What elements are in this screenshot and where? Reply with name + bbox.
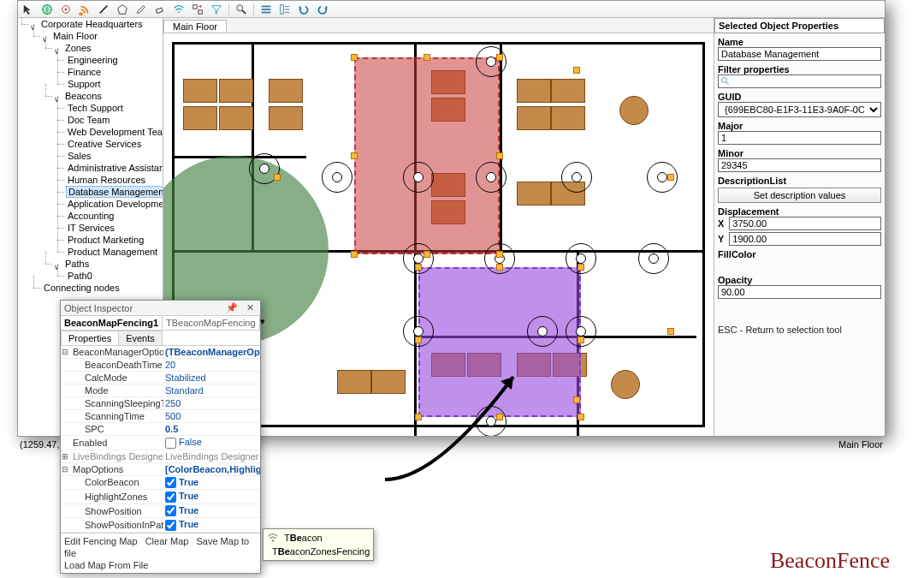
tree-item[interactable]: Creative Services bbox=[66, 139, 143, 149]
prop-value[interactable]: 0.5 bbox=[163, 423, 260, 435]
tree-item[interactable]: Finance bbox=[66, 67, 103, 77]
tab-mainfloor[interactable]: Main Floor bbox=[163, 20, 227, 33]
tree-mainfloor[interactable]: Main Floor bbox=[51, 31, 99, 41]
pin-icon[interactable]: 📌 bbox=[223, 302, 240, 313]
toolbar-separator bbox=[228, 3, 229, 15]
svg-point-17 bbox=[722, 78, 727, 83]
prop-checkbox[interactable] bbox=[165, 477, 176, 488]
redo-icon[interactable] bbox=[316, 3, 329, 16]
tree-item[interactable]: Tech Support bbox=[66, 103, 125, 113]
prop-value[interactable]: True bbox=[163, 518, 260, 532]
tree-item[interactable]: Doc Team bbox=[66, 115, 111, 125]
funnel-icon[interactable] bbox=[210, 3, 223, 16]
tab-events[interactable]: Events bbox=[118, 331, 163, 345]
major-label: Major bbox=[718, 121, 881, 131]
tree-item[interactable]: Database Management bbox=[66, 186, 163, 198]
minor-field[interactable] bbox=[718, 158, 881, 172]
zone-purple[interactable] bbox=[418, 267, 581, 417]
prop-checkbox[interactable] bbox=[165, 520, 176, 531]
tree-root[interactable]: Corporate Headquarters bbox=[39, 19, 145, 29]
tree-item[interactable]: Sales bbox=[66, 151, 93, 161]
prop-value[interactable]: Standard bbox=[163, 384, 260, 396]
magnifier-icon[interactable] bbox=[234, 3, 248, 16]
beacon[interactable] bbox=[527, 316, 558, 347]
prop-value[interactable]: False bbox=[163, 436, 260, 450]
tree-item[interactable]: Accounting bbox=[66, 211, 116, 221]
tree-item[interactable]: IT Services bbox=[66, 223, 116, 233]
tree-item[interactable]: Web Development Team bbox=[66, 127, 163, 137]
grid-exchange-icon[interactable] bbox=[191, 3, 204, 16]
prop-value[interactable]: True bbox=[163, 504, 260, 518]
prop-value[interactable]: [ColorBeacon,HighlightZones bbox=[163, 463, 260, 475]
tab-properties[interactable]: Properties bbox=[61, 331, 119, 345]
beacon[interactable] bbox=[403, 162, 434, 193]
expand-toggle[interactable]: ⊟ bbox=[61, 348, 69, 356]
tree-item[interactable]: Engineering bbox=[66, 55, 120, 65]
prop-checkbox[interactable] bbox=[165, 492, 176, 503]
inspector-grid[interactable]: ⊟BeaconManagerOptions(TBeaconManagerOpti… bbox=[61, 346, 260, 533]
prop-value[interactable]: Stabilized bbox=[163, 372, 260, 384]
beacon[interactable] bbox=[476, 46, 506, 77]
beacon[interactable] bbox=[561, 162, 592, 193]
name-field[interactable] bbox=[718, 47, 881, 61]
line-icon[interactable] bbox=[97, 3, 110, 16]
expand-toggle[interactable]: ⊞ bbox=[61, 452, 69, 461]
x-field[interactable] bbox=[729, 217, 881, 230]
prop-checkbox[interactable] bbox=[165, 438, 176, 449]
set-description-button[interactable]: Set description values bbox=[718, 188, 881, 203]
prop-value[interactable]: 500 bbox=[163, 410, 260, 422]
prop-checkbox[interactable] bbox=[165, 505, 176, 516]
beacon[interactable] bbox=[322, 162, 352, 193]
tree-item[interactable]: Administrative Assistant bbox=[66, 163, 163, 173]
prop-value[interactable]: True bbox=[163, 490, 260, 504]
tree-item[interactable]: Product Marketing bbox=[66, 235, 145, 245]
opacity-field[interactable] bbox=[718, 285, 881, 299]
esc-hint: ESC - Return to selection tool bbox=[718, 325, 881, 335]
tree-item[interactable]: Application Development bbox=[66, 199, 163, 209]
svg-rect-10 bbox=[262, 5, 271, 7]
beacon[interactable] bbox=[476, 162, 506, 193]
prop-value[interactable]: True bbox=[163, 476, 260, 490]
filter-field[interactable] bbox=[718, 74, 881, 88]
zone-red[interactable] bbox=[354, 57, 500, 254]
tree-beacons[interactable]: Beacons bbox=[63, 91, 104, 101]
desc-label: DescriptionList bbox=[718, 176, 881, 186]
detail-view-icon[interactable] bbox=[278, 3, 292, 16]
load-map[interactable]: Load Map From File bbox=[64, 560, 148, 570]
prop-value[interactable]: LiveBindings Designer bbox=[163, 450, 260, 462]
inspector-object-dropdown[interactable]: ▾ bbox=[259, 316, 265, 330]
polygon-icon[interactable] bbox=[116, 3, 129, 16]
edit-fencing-map[interactable]: Edit Fencing Map bbox=[64, 536, 138, 546]
beacon[interactable] bbox=[476, 406, 506, 436]
tree-paths[interactable]: Paths bbox=[63, 259, 91, 269]
eraser-icon[interactable] bbox=[153, 3, 167, 16]
cursor-icon[interactable] bbox=[21, 3, 35, 16]
prop-value[interactable]: (TBeaconManagerOptions) bbox=[163, 346, 260, 358]
wifi-icon[interactable] bbox=[172, 3, 186, 16]
prop-value[interactable]: 250 bbox=[163, 397, 260, 409]
pencil-icon[interactable] bbox=[134, 3, 148, 16]
tree-item[interactable]: Support bbox=[66, 79, 103, 89]
tree-item[interactable]: Human Resources bbox=[66, 175, 147, 185]
clear-map[interactable]: Clear Map bbox=[145, 536, 189, 546]
tooltip-line1: TBeacon bbox=[284, 531, 323, 545]
major-field[interactable] bbox=[718, 131, 881, 145]
undo-icon[interactable] bbox=[297, 3, 311, 16]
beacon[interactable] bbox=[638, 243, 669, 274]
tree-item[interactable]: Path0 bbox=[66, 271, 94, 281]
tree-item[interactable]: Product Management bbox=[66, 247, 159, 257]
globe-icon[interactable] bbox=[40, 3, 54, 16]
svg-line-9 bbox=[242, 9, 246, 13]
guid-select[interactable]: {699EBC80-E1F3-11E3-9A0F-0CF3EE3BC0 bbox=[718, 102, 881, 117]
tree-connecting[interactable]: Connecting nodes bbox=[42, 283, 121, 293]
list-view-icon[interactable] bbox=[259, 3, 273, 16]
y-field[interactable] bbox=[729, 232, 881, 246]
expand-toggle[interactable]: ⊟ bbox=[61, 465, 69, 474]
tree-zones[interactable]: Zones bbox=[63, 43, 93, 53]
prop-value[interactable]: 20 bbox=[163, 359, 260, 371]
prop-name: Enabled bbox=[69, 437, 163, 449]
object-inspector[interactable]: Object Inspector 📌✕ BeaconMapFencing1 TB… bbox=[60, 300, 261, 574]
close-icon[interactable]: ✕ bbox=[244, 302, 257, 313]
target-icon[interactable] bbox=[59, 3, 73, 16]
rss-icon[interactable] bbox=[78, 3, 92, 16]
